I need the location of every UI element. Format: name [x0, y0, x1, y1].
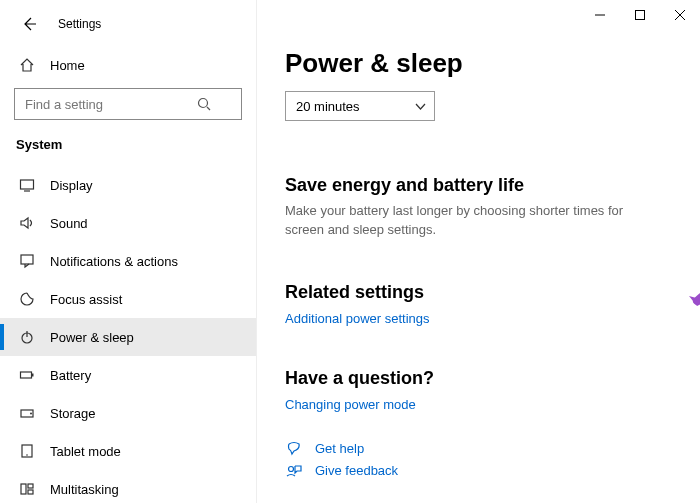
home-label: Home [50, 58, 85, 73]
storage-icon [18, 404, 36, 422]
power-icon [18, 328, 36, 346]
save-energy-section: Save energy and battery life Make your b… [285, 175, 676, 240]
question-section: Have a question? Changing power mode [285, 368, 676, 412]
minimize-button[interactable] [580, 0, 620, 30]
search-input[interactable]: Find a setting [14, 88, 242, 120]
sleep-timeout-dropdown[interactable]: 20 minutes [285, 91, 435, 121]
close-button[interactable] [660, 0, 700, 30]
sidebar-item-label: Sound [50, 216, 88, 231]
question-heading: Have a question? [285, 368, 676, 389]
display-icon [18, 176, 36, 194]
home-icon [18, 56, 36, 74]
search-icon [197, 97, 211, 111]
sidebar-item-storage[interactable]: Storage [0, 394, 256, 432]
sidebar-item-battery[interactable]: Battery [0, 356, 256, 394]
svg-point-20 [289, 466, 294, 471]
give-feedback-link: Give feedback [315, 463, 398, 478]
feedback-icon [285, 462, 303, 480]
sidebar-item-sound[interactable]: Sound [0, 204, 256, 242]
svg-rect-19 [28, 490, 33, 494]
svg-rect-8 [21, 255, 33, 264]
additional-power-settings-link[interactable]: Additional power settings [285, 311, 676, 326]
sidebar-item-label: Battery [50, 368, 91, 383]
sidebar-item-label: Focus assist [50, 292, 122, 307]
save-energy-text: Make your battery last longer by choosin… [285, 202, 665, 240]
app-title: Settings [58, 17, 101, 31]
sound-icon [18, 214, 36, 232]
svg-rect-17 [21, 484, 26, 494]
sidebar-item-focus-assist[interactable]: Focus assist [0, 280, 256, 318]
svg-rect-12 [32, 374, 34, 377]
sidebar-item-label: Storage [50, 406, 96, 421]
svg-line-5 [207, 107, 210, 110]
sidebar-item-label: Multitasking [50, 482, 119, 497]
svg-rect-6 [21, 180, 34, 189]
tablet-icon [18, 442, 36, 460]
maximize-button[interactable] [620, 0, 660, 30]
give-feedback-row[interactable]: Give feedback [285, 462, 676, 480]
sidebar-item-label: Notifications & actions [50, 254, 178, 269]
page-title: Power & sleep [285, 48, 676, 79]
sidebar-item-label: Power & sleep [50, 330, 134, 345]
back-button[interactable] [18, 13, 40, 35]
get-help-link: Get help [315, 441, 364, 456]
changing-power-mode-link[interactable]: Changing power mode [285, 397, 676, 412]
sidebar-section-label: System [0, 123, 256, 160]
sidebar: Settings Home Find a setting System Disp… [0, 0, 257, 503]
svg-rect-18 [28, 484, 33, 488]
sidebar-item-label: Tablet mode [50, 444, 121, 459]
battery-icon [18, 366, 36, 384]
window-controls [580, 0, 700, 30]
dropdown-value: 20 minutes [296, 99, 360, 114]
svg-point-14 [30, 413, 32, 415]
save-energy-heading: Save energy and battery life [285, 175, 676, 196]
sidebar-home[interactable]: Home [0, 48, 256, 82]
chevron-down-icon [415, 101, 426, 112]
sidebar-item-power-sleep[interactable]: Power & sleep [0, 318, 256, 356]
svg-point-16 [26, 454, 28, 456]
svg-point-4 [199, 99, 208, 108]
search-placeholder: Find a setting [25, 97, 103, 112]
sidebar-item-multitasking[interactable]: Multitasking [0, 470, 256, 503]
svg-rect-1 [636, 11, 645, 20]
focus-assist-icon [18, 290, 36, 308]
get-help-icon [285, 440, 303, 458]
main-content: Power & sleep 20 minutes Save energy and… [257, 0, 700, 503]
multitasking-icon [18, 480, 36, 498]
get-help-row[interactable]: Get help [285, 440, 676, 458]
related-heading: Related settings [285, 282, 676, 303]
related-settings-section: Related settings Additional power settin… [285, 282, 676, 326]
annotation-arrow [687, 266, 700, 316]
sidebar-item-notifications[interactable]: Notifications & actions [0, 242, 256, 280]
notifications-icon [18, 252, 36, 270]
svg-rect-11 [21, 372, 32, 378]
sidebar-item-display[interactable]: Display [0, 166, 256, 204]
sidebar-item-label: Display [50, 178, 93, 193]
sidebar-item-tablet-mode[interactable]: Tablet mode [0, 432, 256, 470]
